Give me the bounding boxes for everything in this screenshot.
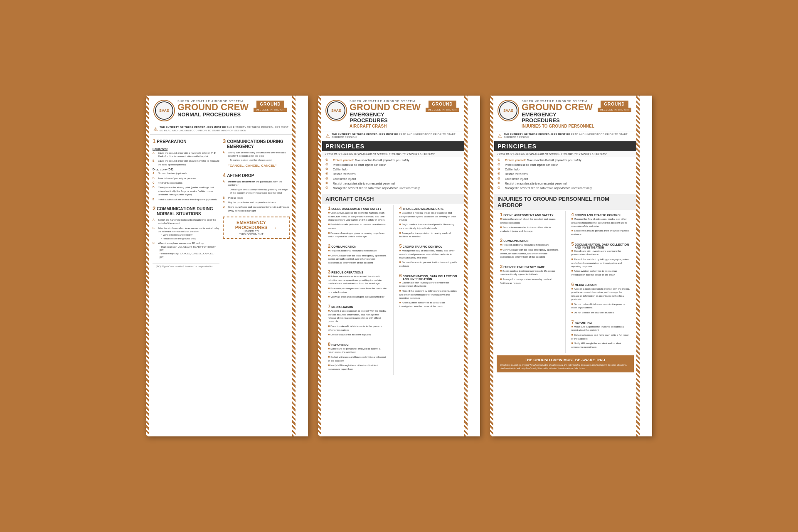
page-container: SVAS SUPER VERSATILE AIRDROP SYSTEM GROU…: [129, 79, 669, 453]
doc3-s7: 7 REPORTING ■ Make sure all personnel in…: [568, 319, 634, 351]
d2-s5-title: CROWD TRAFFIC CONTROL: [403, 245, 443, 248]
d3-s4b: ■ Secure the area to prevent theft or ta…: [571, 229, 631, 236]
d3-s7-num: 7: [571, 320, 574, 325]
equip-a-text: Equip the ground crew with a handheld av…: [158, 151, 219, 158]
d3-s2-title: COMMUNICATION: [503, 239, 529, 242]
doc3-s4: 4 CROWD AND TRAFFIC CONTROL ■ Manage the…: [568, 211, 634, 238]
d2-s8a: ■ Make sure all personnel involved do su…: [328, 347, 387, 354]
alpha-s2a: A: [153, 218, 157, 225]
doc1-col-left: 1 PREPARATION Equipment A Equip the grou…: [153, 138, 219, 270]
d3-s1a: ■ Inform the aircraft about the accident…: [500, 217, 559, 224]
s4-b: B Pick up loads: [223, 196, 290, 200]
doc3-header-text: SUPER VERSATILE AIRDROP SYSTEM GROUND CR…: [519, 100, 598, 128]
d2-s7-title: MEDIA LIAISON: [331, 305, 353, 308]
p3-label: ③: [325, 167, 331, 171]
doc1-section3: 3 COMMUNICATIONS DURING EMERGENCY A A dr…: [223, 138, 290, 168]
d3-s2a: ■ Request additional resources if necess…: [500, 243, 559, 247]
d3-p7: ⑦ Manage the accident site Do not remove…: [498, 186, 633, 190]
d3-s6-num: 6: [571, 282, 574, 287]
d2-s1c: ■ Beware of running engines or running p…: [328, 231, 387, 239]
alpha-dzb: B: [153, 177, 157, 180]
doc3-s5: 5 DOCUMENTATION, DATA COLLECTION AND INV…: [568, 241, 634, 278]
d3-s2b: ■ Communicate with the local emergency o…: [500, 248, 559, 259]
d2-s7-num: 7: [328, 304, 330, 309]
doc1-header: SVAS SUPER VERSATILE AIRDROP SYSTEM GROU…: [150, 96, 292, 124]
p6-text: Restrict the accident site to non-essent…: [333, 182, 395, 185]
d2-s2a: ■ Request additional resources if necess…: [328, 249, 387, 253]
p2-label: ②: [325, 163, 331, 167]
doc2-s2: 2 COMMUNICATION ■ Request additional res…: [325, 243, 391, 266]
d2-s3c: ■ Verify all crew and passengers are acc…: [328, 295, 387, 299]
d3-p4: ④ Rescue the victims: [498, 172, 633, 176]
doc3-disclaimer: ⚠ THE ENTIRETY OF THESE PROCEDURES MUST …: [494, 131, 636, 142]
alpha-s3a: A: [223, 151, 227, 168]
p2: ② Protect others so no other injuries ca…: [325, 163, 461, 167]
d2-s3a: ■ If there are survivors in or around th…: [328, 274, 387, 286]
d2-s6a: ■ Coordinate with investigators to ensur…: [399, 281, 459, 288]
doc3-sections: 1 SCENE ASSESSMENT AND SAFETY ■ Inform t…: [494, 211, 636, 353]
d2-s1b: ■ Establish a safe perimeter to prevent …: [328, 222, 387, 230]
doc3-sub-badge: USELESS IN THE AIR: [598, 108, 631, 112]
d3-s5b: ■ Record the accident by taking photogra…: [571, 257, 631, 268]
d3-s6-title: MEDIA LIAISON: [575, 283, 597, 286]
d2-s2-num: 2: [328, 244, 330, 249]
dz-b-text: Area is free of property or persons: [158, 177, 196, 180]
s2-b-text: After the airplane called in aa announce…: [158, 227, 219, 241]
alpha-s2c: C: [153, 241, 157, 259]
d3-s5-title: DOCUMENTATION, DATA COLLECTION AND INVES…: [575, 243, 631, 249]
doc2-s3: 3 RESCUE OPERATIONS ■ If there are survi…: [325, 268, 391, 300]
d2-s2-title: COMMUNICATION: [331, 245, 357, 248]
p7-label: ⑦: [325, 186, 331, 190]
alpha-s2b: B: [153, 227, 157, 241]
d2-s8b: ■ Collect witnesses and have each write …: [328, 355, 387, 362]
s2-c-text: When the airplane announces 30' to drop …: [158, 241, 219, 259]
d2-s3-title: RESCUE OPERATIONS: [331, 271, 363, 274]
s4-title: AFTER DROP: [227, 173, 254, 178]
d3-s3-title: PROVIDE EMERGENCY CARE: [503, 266, 545, 268]
equipment-label: Equipment: [153, 148, 219, 150]
d3-p3: ③ Call for help: [498, 167, 633, 171]
doc1-disclaimer-text: THE ENTIRETY OF THESE PROCEDURES MUST BE…: [160, 126, 289, 133]
p7: ⑦ Manage the accident site Do not remove…: [325, 186, 461, 190]
logo-text-3: SVAS: [503, 109, 513, 113]
d2-s6-title: DOCUMENTATION, DATA COLLECTION AND INVES…: [403, 275, 458, 281]
doc2-col-left: 1 SCENE ASSESSMENT AND SAFETY ■ Upon arr…: [322, 205, 394, 375]
doc2-s8: 8 REPORTING ■ Make sure all personnel in…: [325, 341, 391, 373]
s3-title: COMMUNICATIONS DURING EMERGENCY: [227, 139, 290, 149]
s4-d-text: Store parachutes and payload containers …: [228, 205, 290, 212]
doc2-disclaimer-text: THE ENTIRETY OF THESE PROCEDURES MUST BE…: [332, 133, 461, 140]
dz-d-text: Clearly mark the aiming point (prefer ma…: [158, 186, 219, 196]
s2-num: 2: [153, 205, 155, 212]
arrow-icon: →: [270, 224, 277, 232]
s4-num: 4: [223, 172, 226, 178]
p4-label: ④: [325, 172, 331, 176]
warning-icon-1: ⚠: [153, 126, 158, 132]
s3-num: 3: [223, 138, 226, 144]
stripe-right-2: [464, 96, 468, 436]
warning-title: THE GROUND CREW MUST BE AWARE THAT: [500, 358, 631, 362]
d3-s5c: ■ Allow aviation authorities to conduct …: [571, 269, 631, 276]
s2-a: A Switch the handheld radio with enough …: [153, 218, 219, 225]
dz-a-text: Ground barriers (optional): [158, 172, 187, 175]
s2-b-sub2: Readiness of the ground crew: [158, 237, 219, 240]
svas-logo-3: SVAS: [498, 100, 519, 121]
doc2-sub-badge: USELESS IN THE AIR: [426, 108, 459, 112]
p3-text: Call for help: [333, 167, 347, 171]
d3-p2: ② Protect others so no other injuries ca…: [498, 163, 633, 167]
s2-c: C When the airplane announces 30' to dro…: [153, 241, 219, 259]
p7-text: Manage the accident site Do not remove a…: [333, 186, 420, 190]
doc3-s6: 6 MEDIA LIAISON ■ Appoint a spokesperson…: [568, 281, 634, 316]
doc2-ground-badge: GROUND: [429, 101, 456, 108]
d3-s1-title: SCENE ASSESSMENT AND SAFETY: [503, 214, 553, 217]
doc3-principles-sub: FIRST RESPONDERS TO AN ACCIDENT SHOULD F…: [494, 151, 636, 157]
d3-s4-num: 4: [571, 212, 574, 217]
d3-s1-num: 1: [500, 212, 502, 217]
s2-b-sub1: Wind direction and velocity: [158, 233, 219, 236]
d2-s2b: ■ Communicate with the local emergency o…: [328, 254, 387, 265]
s4-b-text: Pick up loads: [228, 196, 243, 200]
d2-s8-num: 8: [328, 342, 330, 347]
doc1-col-right: 3 COMMUNICATIONS DURING EMERGENCY A A dr…: [223, 138, 290, 270]
alpha-a1: A: [153, 151, 157, 158]
doc2-s5: 5 CROWD TRAFFIC CONTROL ■ Manage the flo…: [396, 243, 462, 270]
warning-icon-3: ⚠: [498, 133, 502, 139]
